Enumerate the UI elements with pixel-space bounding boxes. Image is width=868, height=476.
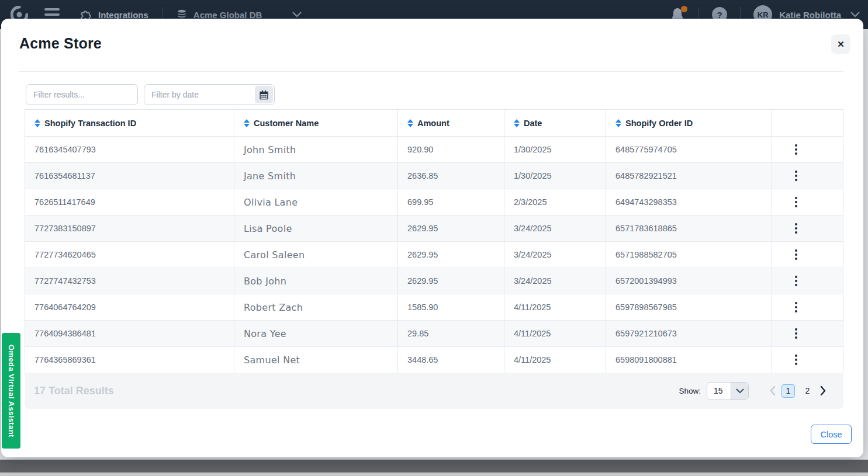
cell-date: 4/11/2025 [504, 321, 606, 346]
row-kebab-menu-icon[interactable] [789, 300, 804, 315]
transactions-table: Shopify Transaction IDCustomer NameAmoun… [25, 109, 843, 373]
cell-order_id: 6597898567985 [606, 294, 772, 320]
cell-customer_name: John Smith [234, 137, 398, 162]
table-row: 7764094386481Nora Yee29.854/11/202565979… [25, 321, 843, 347]
virtual-assistant-label: Omeda Virtual Assistant [7, 345, 16, 437]
cell-actions [772, 189, 843, 215]
database-chevron-down-icon [292, 12, 302, 18]
pagination-next-icon[interactable] [820, 386, 826, 395]
row-kebab-menu-icon[interactable] [789, 273, 804, 289]
cell-actions [772, 137, 843, 162]
modal-close-x-button[interactable]: ✕ [831, 34, 850, 54]
cell-customer_name: Robert Zach [234, 294, 398, 320]
table-row: 7616354681137Jane Smith2636.851/30/20256… [25, 163, 843, 189]
sort-icon [244, 119, 250, 127]
table-header-row: Shopify Transaction IDCustomer NameAmoun… [25, 110, 843, 137]
column-header-customer_name[interactable]: Customer Name [234, 110, 398, 136]
pagination: 12 [770, 384, 826, 398]
cell-date: 1/30/2025 [504, 163, 606, 189]
cell-amount: 29.85 [398, 321, 504, 346]
row-kebab-menu-icon[interactable] [789, 352, 804, 367]
table-row: 7727747432753Bob John2629.953/24/2025657… [25, 268, 843, 294]
sort-icon [34, 119, 40, 127]
row-kebab-menu-icon[interactable] [789, 221, 804, 236]
row-kebab-menu-icon[interactable] [789, 247, 804, 262]
cell-amount: 699.95 [398, 189, 504, 215]
column-label: Amount [417, 119, 449, 128]
cell-transaction_id: 7616345407793 [25, 137, 234, 162]
cell-date: 3/24/2025 [504, 242, 606, 267]
row-kebab-menu-icon[interactable] [789, 194, 804, 210]
row-kebab-menu-icon[interactable] [789, 326, 804, 341]
table-footer-right: Show: 15 12 [679, 382, 826, 400]
column-header-amount[interactable]: Amount [398, 110, 504, 136]
cell-actions [772, 216, 843, 241]
calendar-icon[interactable] [255, 86, 273, 103]
cell-actions [772, 268, 843, 294]
filter-results-input[interactable] [26, 84, 138, 105]
cell-actions [772, 294, 843, 320]
table-row: 7626511417649Olivia Lane699.952/3/202564… [25, 189, 843, 216]
user-name: Katie Robilotta [779, 10, 841, 20]
nav-item-integrations-label: Integrations [98, 10, 148, 20]
column-header-order_id[interactable]: Shopify Order ID [606, 110, 772, 136]
column-header-actions [772, 110, 843, 136]
user-menu-chevron-down-icon[interactable] [850, 12, 860, 18]
cell-amount: 3448.65 [398, 347, 504, 373]
pagination-prev-icon[interactable] [770, 386, 776, 395]
column-label: Customer Name [254, 119, 319, 128]
cell-amount: 2636.85 [398, 163, 504, 189]
cell-transaction_id: 7727734620465 [25, 242, 234, 267]
row-kebab-menu-icon[interactable] [789, 168, 804, 183]
cell-date: 4/11/2025 [504, 347, 606, 373]
close-button[interactable]: Close [811, 425, 852, 444]
cell-order_id: 6485782921521 [606, 163, 772, 189]
column-header-date[interactable]: Date [504, 110, 606, 136]
cell-customer_name: Samuel Net [234, 347, 398, 373]
acme-store-modal: Acme Store ✕ Shopify Transaction IDCusto… [1, 19, 863, 457]
cell-date: 4/11/2025 [504, 294, 606, 320]
cell-amount: 2629.95 [398, 268, 504, 294]
cell-transaction_id: 7764064764209 [25, 294, 234, 320]
filters-row [26, 84, 275, 105]
cell-actions [772, 242, 843, 267]
total-results: 17 Total Results [34, 385, 114, 397]
cell-customer_name: Carol Saleen [234, 242, 398, 267]
cell-actions [772, 347, 843, 373]
cell-order_id: 6598091800881 [606, 347, 772, 373]
page-size-value: 15 [707, 386, 731, 395]
cell-order_id: 6571783618865 [606, 216, 772, 241]
title-divider [19, 71, 843, 72]
cell-order_id: 6571988582705 [606, 242, 772, 267]
cell-transaction_id: 7616354681137 [25, 163, 234, 189]
page-numbers: 12 [781, 384, 814, 398]
cell-order_id: 6485775974705 [606, 137, 772, 162]
table-row: 7727383150897Lisa Poole2629.953/24/20256… [25, 216, 843, 242]
cell-customer_name: Olivia Lane [234, 189, 398, 215]
cell-transaction_id: 7764365869361 [25, 347, 234, 373]
filter-date-wrap [144, 84, 275, 105]
cell-customer_name: Nora Yee [234, 321, 398, 346]
page-button-1[interactable]: 1 [781, 384, 795, 398]
cell-order_id: 6572001394993 [606, 268, 772, 294]
row-kebab-menu-icon[interactable] [789, 142, 804, 157]
cell-transaction_id: 7626511417649 [25, 189, 234, 215]
cell-actions [772, 321, 843, 346]
page-size-select[interactable]: 15 [707, 382, 749, 400]
table-footer: 17 Total Results Show: 15 12 [25, 373, 843, 409]
virtual-assistant-tab[interactable]: Omeda Virtual Assistant [2, 333, 20, 449]
page-button-2[interactable]: 2 [801, 384, 814, 398]
cell-amount: 2629.95 [398, 242, 504, 267]
page-size-chevron-down-icon [731, 383, 748, 399]
cell-amount: 920.90 [398, 137, 504, 162]
page-bottom-edge [0, 472, 868, 476]
cell-transaction_id: 7727383150897 [25, 216, 234, 241]
page-bottom-bar [0, 460, 868, 472]
cell-transaction_id: 7727747432753 [25, 268, 234, 294]
cell-customer_name: Bob John [234, 268, 398, 294]
cell-date: 3/24/2025 [504, 216, 606, 241]
cell-amount: 1585.90 [398, 294, 504, 320]
database-name: Acme Global DB [193, 10, 262, 20]
table-row: 7727734620465Carol Saleen2629.953/24/202… [25, 242, 843, 268]
column-header-transaction_id[interactable]: Shopify Transaction ID [25, 110, 234, 136]
